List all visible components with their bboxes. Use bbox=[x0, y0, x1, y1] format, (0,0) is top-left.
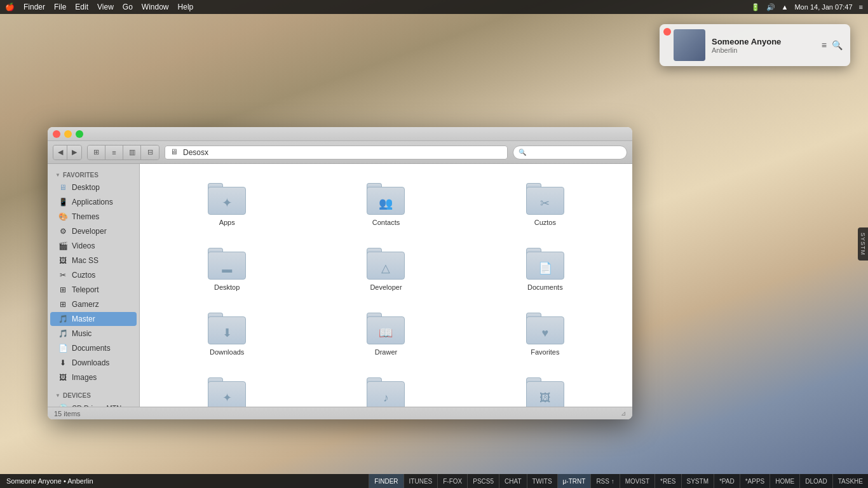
menu-finder[interactable]: Finder bbox=[24, 3, 45, 11]
sidebar-item-music[interactable]: 🎵 Music bbox=[50, 327, 137, 341]
folder-icon-contacts: 👥 bbox=[367, 182, 405, 215]
devices-triangle[interactable]: ▼ bbox=[55, 393, 60, 398]
taskbar-pscs5[interactable]: PSCS5 bbox=[467, 474, 499, 488]
teleport-icon: ⊞ bbox=[58, 285, 68, 295]
gamerz-icon: ⊞ bbox=[58, 299, 68, 309]
sidebar-item-developer[interactable]: ⚙ Developer bbox=[50, 224, 137, 238]
taskbar-utrnt[interactable]: μ-TRNT bbox=[557, 474, 591, 488]
taskbar-finder[interactable]: FINDER bbox=[369, 474, 403, 488]
sidebar-item-teleport[interactable]: ⊞ Teleport bbox=[50, 283, 137, 297]
contacts-emblem: 👥 bbox=[379, 196, 393, 210]
folder-icon-apps: ✦ bbox=[208, 182, 246, 215]
window-maximize-button[interactable] bbox=[76, 130, 83, 138]
forward-button[interactable]: ▶ bbox=[67, 146, 81, 159]
finder-content[interactable]: ✦ Apps 👥 Contacts bbox=[140, 164, 632, 407]
menu-view[interactable]: View bbox=[97, 3, 114, 11]
menu-go[interactable]: Go bbox=[123, 3, 133, 11]
finder-toolbar: ◀ ▶ ⊞ ≡ ▥ ⊟ 🖥 Desosx 🔍 bbox=[48, 141, 632, 164]
sidebar-item-macss[interactable]: 🖼 Mac SS bbox=[50, 254, 137, 268]
file-item-developer[interactable]: △ Developer bbox=[309, 239, 463, 299]
applications-icon: 📱 bbox=[58, 197, 68, 207]
desktop-folder-emblem: ▬ bbox=[222, 264, 232, 275]
taskbar-movist[interactable]: MOVIST bbox=[620, 474, 654, 488]
file-label-favorites: Favorites bbox=[531, 348, 559, 356]
sidebar-item-cuztos[interactable]: ✂ Cuztos bbox=[50, 268, 137, 282]
resize-handle[interactable]: ⊿ bbox=[621, 410, 626, 417]
file-item-drawer[interactable]: 📖 Drawer bbox=[309, 304, 463, 363]
menu-edit[interactable]: Edit bbox=[75, 3, 88, 11]
window-minimize-button[interactable] bbox=[64, 130, 72, 138]
sidebar-item-downloads[interactable]: ⬇ Downloads bbox=[50, 356, 137, 370]
taskbar-dload[interactable]: DLOAD bbox=[799, 474, 832, 488]
file-label-cuztos: Cuztos bbox=[534, 219, 556, 226]
menu-file[interactable]: File bbox=[54, 3, 66, 11]
coverflow-view-button[interactable]: ⊟ bbox=[141, 146, 159, 159]
list-view-button[interactable]: ≡ bbox=[105, 146, 123, 159]
file-item-contacts[interactable]: 👥 Contacts bbox=[309, 174, 463, 234]
file-item-desktop[interactable]: ▬ Desktop bbox=[150, 239, 304, 299]
apple-menu[interactable]: 🍎 bbox=[5, 3, 15, 11]
file-item-cuztos[interactable]: ✂ Cuztos bbox=[468, 174, 622, 234]
file-item-links[interactable]: ✦ Links bbox=[150, 369, 304, 407]
taskbar-home[interactable]: HOME bbox=[770, 474, 799, 488]
favorites-header: ▼ FAVORITES bbox=[48, 169, 139, 180]
side-panel[interactable]: SYSTM bbox=[858, 227, 868, 261]
finder-titlebar bbox=[48, 127, 632, 141]
path-text: Desosx bbox=[183, 148, 208, 157]
sidebar-item-documents[interactable]: 📄 Documents bbox=[50, 341, 137, 355]
window-close-button[interactable] bbox=[53, 130, 60, 138]
sidebar-item-applications[interactable]: 📱 Applications bbox=[50, 195, 137, 209]
taskbar-apps[interactable]: *APPS bbox=[740, 474, 770, 488]
taskbar-taskhe[interactable]: TASKHE bbox=[832, 474, 868, 488]
file-item-pictures[interactable]: 🖼 Pictures bbox=[468, 369, 622, 407]
column-view-button[interactable]: ▥ bbox=[123, 146, 141, 159]
taskbar-rss[interactable]: RSS ↑ bbox=[590, 474, 619, 488]
menu-window[interactable]: Window bbox=[142, 3, 169, 11]
path-bar[interactable]: 🖥 Desosx bbox=[165, 146, 508, 159]
taskbar-twits[interactable]: TWITS bbox=[527, 474, 557, 488]
taskbar-res[interactable]: *RES bbox=[654, 474, 681, 488]
navigation-buttons: ◀ ▶ bbox=[53, 145, 82, 160]
file-item-music[interactable]: ♪ Music bbox=[309, 369, 463, 407]
taskbar-pad[interactable]: *PAD bbox=[714, 474, 740, 488]
sidebar-item-videos[interactable]: 🎬 Videos bbox=[50, 239, 137, 253]
file-label-documents: Documents bbox=[527, 283, 563, 291]
favorites-triangle[interactable]: ▼ bbox=[55, 172, 60, 178]
menu-extras-icon[interactable]: ≡ bbox=[859, 3, 863, 11]
sidebar-item-gamerz[interactable]: ⊞ Gamerz bbox=[50, 297, 137, 311]
music-search-button[interactable]: 🔍 bbox=[832, 40, 843, 50]
taskbar-chat[interactable]: CHAT bbox=[499, 474, 526, 488]
downloads-icon: ⬇ bbox=[58, 358, 68, 368]
search-bar[interactable]: 🔍 bbox=[513, 146, 627, 159]
taskbar-systm[interactable]: SYSTM bbox=[681, 474, 714, 488]
developer-icon: ⚙ bbox=[58, 226, 68, 236]
sidebar-item-cddrive[interactable]: 💿 CD Drive - MTN F6... bbox=[50, 401, 137, 407]
themes-icon: 🎨 bbox=[58, 212, 68, 222]
taskbar-itunes[interactable]: ITUNES bbox=[403, 474, 438, 488]
file-label-desktop: Desktop bbox=[214, 283, 240, 291]
pictures-folder-emblem: 🖼 bbox=[539, 391, 551, 405]
icon-view-button[interactable]: ⊞ bbox=[88, 146, 105, 159]
file-item-favorites[interactable]: ♥ Favorites bbox=[468, 304, 622, 363]
taskbar-now-playing: Someone Anyone • Anberlin bbox=[0, 477, 100, 485]
sidebar-item-themes[interactable]: 🎨 Themes bbox=[50, 210, 137, 224]
cuztos-folder-emblem: ✂ bbox=[540, 196, 550, 210]
sidebar-item-master[interactable]: 🎵 Master bbox=[50, 312, 137, 326]
taskbar-ffox[interactable]: F-FOX bbox=[437, 474, 467, 488]
file-grid: ✦ Apps 👥 Contacts bbox=[150, 174, 622, 407]
file-item-documents[interactable]: 📄 Documents bbox=[468, 239, 622, 299]
taskbar-items: FINDER ITUNES F-FOX PSCS5 CHAT TWITS μ-T… bbox=[369, 474, 868, 488]
sidebar-item-images[interactable]: 🖼 Images bbox=[50, 370, 137, 384]
finder-statusbar: 15 items ⊿ bbox=[48, 407, 632, 419]
music-close-button[interactable] bbox=[663, 28, 671, 36]
back-button[interactable]: ◀ bbox=[53, 146, 67, 159]
file-label-apps: Apps bbox=[219, 219, 235, 226]
sidebar-item-desktop[interactable]: 🖥 Desktop bbox=[50, 180, 137, 194]
menu-help[interactable]: Help bbox=[178, 3, 194, 11]
file-item-downloads[interactable]: ⬇ Downloads bbox=[150, 304, 304, 363]
status-count: 15 items bbox=[54, 410, 81, 417]
file-item-apps[interactable]: ✦ Apps bbox=[150, 174, 304, 234]
folder-icon-downloads: ⬇ bbox=[208, 311, 246, 344]
folder-icon-desktop: ▬ bbox=[208, 247, 246, 280]
music-list-button[interactable]: ≡ bbox=[822, 40, 827, 50]
